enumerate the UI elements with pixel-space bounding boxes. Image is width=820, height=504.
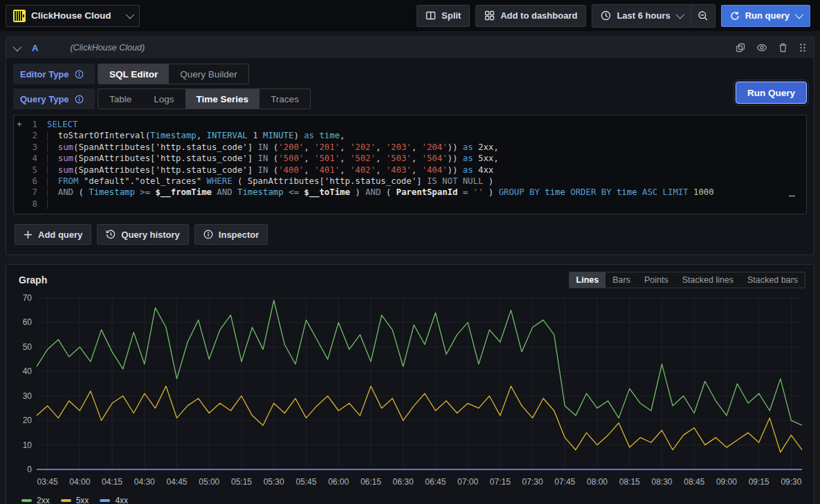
- svg-text:07:15: 07:15: [490, 477, 511, 487]
- query-row-header[interactable]: A (ClickHouse Cloud): [6, 37, 814, 58]
- svg-text:04:30: 04:30: [134, 477, 155, 487]
- legend-swatch-icon: [21, 499, 32, 502]
- code-line: 8: [14, 198, 806, 209]
- run-query-panel-button[interactable]: Run Query: [736, 82, 807, 104]
- clock-icon: [601, 10, 611, 21]
- svg-text:08:45: 08:45: [684, 477, 704, 487]
- add-query-button[interactable]: Add query: [15, 224, 91, 245]
- code-line: 3 sum(SpanAttributes['http.status_code']…: [14, 142, 806, 153]
- code-line: 5 sum(SpanAttributes['http.status_code']…: [14, 165, 806, 176]
- svg-text:10: 10: [23, 440, 33, 450]
- add-to-dashboard-label: Add to dashboard: [500, 10, 577, 21]
- mode-stacked-lines[interactable]: Stacked lines: [675, 272, 740, 288]
- query-type-label: Query Type: [20, 94, 69, 104]
- svg-text:08:30: 08:30: [651, 477, 672, 487]
- plus-icon: [24, 230, 33, 239]
- disable-query-eye-icon[interactable]: [756, 43, 767, 53]
- chevron-down-icon: [675, 10, 684, 19]
- clickhouse-logo-icon: [13, 10, 26, 22]
- svg-text:08:00: 08:00: [587, 477, 608, 487]
- zoom-out-time-button[interactable]: [691, 5, 715, 27]
- delete-query-trash-icon[interactable]: [778, 43, 787, 53]
- tab-time-series[interactable]: Time Series: [185, 89, 260, 109]
- code-line: 6 FROM "default"."otel_traces" WHERE ( S…: [14, 176, 806, 187]
- svg-text:09:15: 09:15: [749, 477, 769, 487]
- tab-sql-editor[interactable]: SQL Editor: [98, 64, 169, 84]
- svg-text:06:30: 06:30: [393, 477, 414, 487]
- query-history-label: Query history: [121, 230, 180, 240]
- legend-swatch-icon: [61, 499, 71, 502]
- editor-type-label: Editor Type: [20, 69, 69, 80]
- query-history-button[interactable]: Query history: [97, 224, 189, 245]
- legend-item-4xx[interactable]: 4xx: [100, 496, 128, 504]
- info-icon[interactable]: [75, 95, 84, 104]
- legend-label: 5xx: [76, 496, 89, 504]
- zoom-out-icon: [698, 10, 709, 21]
- tab-table[interactable]: Table: [98, 89, 143, 109]
- drag-handle-icon[interactable]: [799, 43, 807, 53]
- split-button[interactable]: Split: [417, 5, 470, 27]
- split-pane-icon: [426, 10, 436, 21]
- add-to-dashboard-button[interactable]: Add to dashboard: [475, 5, 586, 27]
- run-query-toolbar-button[interactable]: Run query: [721, 5, 810, 27]
- chevron-down-icon: [795, 10, 804, 19]
- add-query-label: Add query: [38, 230, 82, 240]
- svg-text:08:15: 08:15: [619, 477, 640, 487]
- svg-text:70: 70: [23, 293, 33, 303]
- svg-text:05:00: 05:00: [199, 477, 219, 487]
- query-footer-actions: Add query Query history Inspector: [13, 224, 807, 246]
- svg-text:60: 60: [23, 318, 33, 328]
- legend-item-5xx[interactable]: 5xx: [61, 496, 89, 504]
- svg-text:09:00: 09:00: [716, 477, 737, 487]
- svg-text:30: 30: [23, 391, 33, 401]
- split-label: Split: [441, 10, 461, 21]
- code-line: 2 toStartOfInterval(Timestamp, INTERVAL …: [14, 130, 806, 141]
- inspector-label: Inspector: [219, 230, 259, 240]
- chart-canvas[interactable]: 01020304050607003:4504:0004:1504:3004:45…: [15, 292, 807, 492]
- info-icon[interactable]: [75, 70, 84, 79]
- legend-label: 2xx: [37, 496, 50, 504]
- history-icon: [106, 230, 116, 239]
- legend-item-2xx[interactable]: 2xx: [21, 496, 50, 504]
- svg-text:03:45: 03:45: [37, 477, 58, 487]
- svg-text:07:30: 07:30: [522, 477, 543, 487]
- svg-text:06:00: 06:00: [328, 477, 349, 487]
- datasource-picker[interactable]: ClickHouse Cloud: [6, 5, 140, 27]
- tab-logs[interactable]: Logs: [143, 89, 185, 109]
- svg-text:07:00: 07:00: [457, 477, 478, 487]
- tab-query-builder[interactable]: Query Builder: [169, 64, 248, 84]
- collapse-chevron-icon[interactable]: [13, 42, 22, 51]
- mode-stacked-bars[interactable]: Stacked bars: [740, 272, 805, 288]
- svg-text:0: 0: [27, 465, 32, 474]
- svg-text:09:30: 09:30: [781, 477, 801, 487]
- time-range-label: Last 6 hours: [617, 10, 670, 21]
- mode-lines[interactable]: Lines: [570, 272, 606, 288]
- time-series-chart[interactable]: 01020304050607003:4504:0004:1504:3004:45…: [15, 292, 805, 504]
- explore-content: A (ClickHouse Cloud) Run Query Editor Ty…: [0, 31, 820, 504]
- sql-code-editor[interactable]: +1SELECT2 toStartOfInterval(Timestamp, I…: [13, 115, 807, 214]
- svg-text:50: 50: [23, 342, 33, 352]
- svg-text:04:00: 04:00: [69, 477, 90, 487]
- run-query-toolbar-label: Run query: [745, 10, 790, 21]
- svg-text:05:15: 05:15: [231, 477, 252, 487]
- svg-text:05:30: 05:30: [264, 477, 284, 487]
- graph-panel-title: Graph: [15, 274, 47, 286]
- svg-text:05:45: 05:45: [295, 477, 316, 487]
- duplicate-query-icon[interactable]: [736, 43, 745, 53]
- svg-text:40: 40: [23, 367, 33, 377]
- datasource-name: ClickHouse Cloud: [31, 10, 120, 21]
- svg-text:04:45: 04:45: [166, 477, 187, 487]
- svg-text:06:45: 06:45: [425, 477, 446, 487]
- chevron-down-icon: [126, 10, 135, 19]
- inspector-button[interactable]: Inspector: [194, 224, 268, 245]
- time-range-picker[interactable]: Last 6 hours: [592, 5, 690, 27]
- query-datasource-hint: (ClickHouse Cloud): [70, 43, 145, 53]
- mode-points[interactable]: Points: [637, 272, 675, 288]
- svg-text:20: 20: [23, 416, 33, 425]
- svg-text:06:15: 06:15: [361, 477, 381, 487]
- info-circle-icon: [203, 230, 213, 239]
- query-editor-body: Run Query Editor Type SQL EditorQuery Bu…: [6, 58, 814, 254]
- chart-legend: 2xx5xx4xx: [15, 494, 805, 504]
- tab-traces[interactable]: Traces: [259, 89, 310, 109]
- mode-bars[interactable]: Bars: [605, 272, 637, 288]
